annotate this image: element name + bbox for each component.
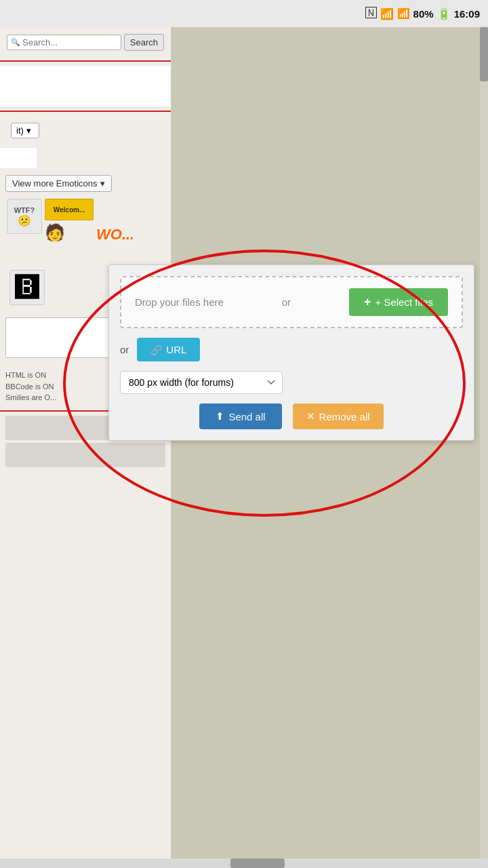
clock: 16:09	[454, 8, 480, 20]
emoticon-wow[interactable]: WO...	[96, 226, 134, 243]
upload-modal: Drop your files here or + + Select files…	[108, 264, 474, 441]
status-bar: 🄽 📶 📶 80% 🔋 16:09	[0, 0, 488, 27]
select-files-button[interactable]: + + Select files	[349, 288, 448, 316]
url-icon: 🔗	[150, 344, 162, 355]
remove-all-button[interactable]: ✕ Remove all	[293, 403, 384, 429]
select-files-label: + Select files	[375, 296, 433, 308]
url-or-text: or	[120, 344, 129, 355]
bottom-scrollbar[interactable]	[0, 859, 488, 868]
scrollbar-track[interactable]	[480, 27, 488, 868]
wifi-icon: 📶	[380, 7, 394, 20]
search-icon: 🔍	[11, 38, 20, 47]
dropdown-arrow-icon: ▾	[26, 125, 31, 136]
width-row: 800 px width (for forums) 640 px width 1…	[120, 371, 463, 394]
drop-zone[interactable]: Drop your files here or + + Select files	[120, 276, 463, 328]
emoticon-b[interactable]: 🅱	[9, 270, 45, 305]
emoticon-welcome[interactable]: Welcom...	[45, 199, 94, 220]
gray-box-2	[5, 443, 165, 467]
signal-icon: 📶	[397, 7, 410, 20]
white-space-top	[0, 66, 171, 106]
view-more-label: View more Emoticons	[12, 178, 97, 189]
status-icons: 🄽 📶 📶 80% 🔋 16:09	[365, 7, 480, 20]
remove-all-icon: ✕	[306, 410, 315, 422]
url-button[interactable]: 🔗 URL	[137, 338, 200, 361]
send-all-label: Send all	[228, 411, 265, 422]
send-all-button[interactable]: ⬆ Send all	[199, 403, 281, 429]
view-more-emoticons-button[interactable]: View more Emoticons ▾	[5, 175, 112, 192]
emoticon-person[interactable]: 🧑	[45, 223, 94, 242]
battery-level: 80%	[413, 8, 434, 20]
emoticon-group-2: Welcom... 🧑	[45, 199, 94, 243]
main-area	[171, 27, 488, 868]
welcome-label: Welcom...	[54, 206, 85, 214]
search-button[interactable]: Search	[124, 34, 164, 51]
red-divider-mid	[0, 111, 171, 112]
send-all-icon: ⬆	[216, 410, 224, 422]
nfc-icon: 🄽	[365, 7, 377, 20]
left-panel: 🔍 Search it) ▾ View more Emoticons ▾ WTF…	[0, 27, 171, 868]
drop-or-text: or	[282, 296, 291, 308]
red-divider-top	[0, 60, 171, 62]
search-form: 🔍 Search	[7, 34, 164, 51]
battery-icon: 🔋	[437, 7, 451, 20]
wow-text: WO...	[96, 226, 134, 243]
bottom-scrollbar-thumb[interactable]	[230, 859, 285, 868]
url-row: or 🔗 URL	[120, 338, 463, 361]
white-area-mid	[0, 148, 37, 168]
edit-dropdown-label: it)	[16, 125, 24, 136]
width-select[interactable]: 800 px width (for forums) 640 px width 1…	[120, 371, 283, 394]
edit-dropdown[interactable]: it) ▾	[11, 123, 39, 138]
plus-icon: +	[364, 295, 371, 309]
action-row: ⬆ Send all ✕ Remove all	[120, 403, 463, 429]
search-input[interactable]	[22, 37, 117, 47]
view-more-arrow-icon: ▾	[100, 178, 105, 189]
url-button-label: URL	[166, 344, 186, 355]
drop-text: Drop your files here	[135, 296, 224, 308]
search-input-wrap: 🔍	[7, 35, 121, 50]
scrollbar-thumb[interactable]	[480, 27, 488, 81]
search-area: 🔍 Search	[0, 27, 171, 56]
edit-dropdown-area: it) ▾	[0, 116, 171, 145]
emoticon-wtf[interactable]: WTF? 😕	[7, 199, 42, 234]
remove-all-label: Remove all	[319, 411, 370, 422]
